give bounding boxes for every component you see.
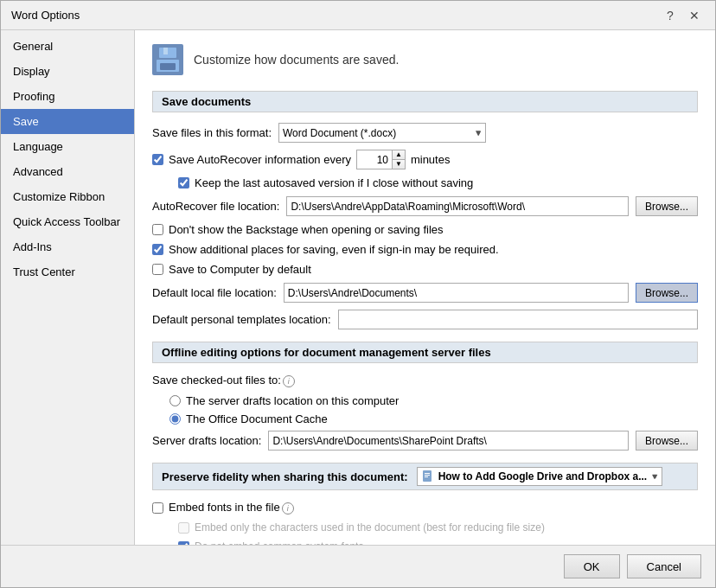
embed-fonts-row: Embed fonts in the filei: [152, 501, 698, 514]
cancel-button[interactable]: Cancel: [627, 554, 701, 578]
format-label: Save files in this format:: [152, 126, 272, 139]
sidebar-item-language[interactable]: Language: [1, 134, 134, 159]
spinner-down[interactable]: ▼: [393, 160, 405, 169]
save-icon: [152, 44, 183, 75]
dialog-body: GeneralDisplayProofingSaveLanguageAdvanc…: [1, 30, 715, 545]
default-local-row: Default local file location: Browse...: [152, 283, 698, 303]
embed-fonts-checkbox[interactable]: [152, 502, 163, 514]
svg-rect-8: [425, 476, 428, 477]
server-drafts-location-label: Server drafts location:: [152, 434, 261, 447]
fidelity-dropdown-wrapper: How to Add Google Drive and Dropbox a...…: [417, 467, 663, 486]
show-additional-label: Show additional places for saving, even …: [169, 243, 499, 256]
autorecover-location-input[interactable]: [286, 196, 629, 216]
ok-button[interactable]: OK: [564, 554, 620, 578]
offline-editing-section: Offline editing options for document man…: [152, 342, 698, 451]
server-drafts-radio[interactable]: [169, 395, 181, 406]
sidebar-item-save[interactable]: Save: [1, 109, 134, 134]
help-button[interactable]: ?: [660, 5, 681, 26]
default-personal-input[interactable]: [338, 310, 698, 329]
office-cache-label: The Office Document Cache: [186, 412, 328, 425]
sidebar: GeneralDisplayProofingSaveLanguageAdvanc…: [1, 30, 135, 545]
sidebar-item-trust-center[interactable]: Trust Center: [1, 259, 134, 284]
browse-server-button[interactable]: Browse...: [636, 431, 698, 451]
format-select[interactable]: Word Document (*.docx) Word 97-2003 (*.d…: [278, 123, 486, 143]
embed-fonts-label: Embed fonts in the filei: [169, 501, 294, 514]
show-additional-row: Show additional places for saving, even …: [152, 243, 698, 256]
keep-autosave-label: Keep the last autosaved version if I clo…: [195, 176, 473, 189]
sidebar-item-display[interactable]: Display: [1, 59, 134, 84]
default-personal-row: Default personal templates location:: [152, 310, 698, 329]
server-drafts-label: The server drafts location on this compu…: [186, 394, 399, 407]
title-bar: Word Options ? ✕: [1, 1, 715, 30]
embed-only-row: Embed only the characters used in the do…: [178, 521, 698, 534]
default-local-label: Default local file location:: [152, 286, 277, 299]
autorecover-minutes-container: ▲ ▼: [356, 150, 406, 169]
default-local-input[interactable]: [284, 283, 629, 303]
page-header: Customize how documents are saved.: [152, 44, 698, 75]
office-cache-radio[interactable]: [169, 413, 181, 425]
close-button[interactable]: ✕: [684, 5, 705, 26]
embed-only-checkbox[interactable]: [178, 522, 189, 534]
preserve-fidelity-section: Preserve fidelity when sharing this docu…: [152, 463, 698, 545]
embed-only-label: Embed only the characters used in the do…: [195, 521, 545, 534]
no-backstage-label: Don't show the Backstage when opening or…: [169, 223, 444, 236]
fidelity-doc-selector[interactable]: How to Add Google Drive and Dropbox a...…: [417, 467, 663, 486]
autorecover-checkbox[interactable]: [152, 154, 163, 165]
autorecover-spinner: ▲ ▼: [392, 150, 405, 169]
save-checked-out-label: Save checked-out files to:i: [152, 374, 295, 387]
sidebar-item-proofing[interactable]: Proofing: [1, 84, 134, 109]
save-computer-checkbox[interactable]: [152, 264, 163, 275]
server-drafts-location-row: Server drafts location: Browse...: [152, 431, 698, 451]
no-backstage-row: Don't show the Backstage when opening or…: [152, 223, 698, 236]
doc-icon: [421, 470, 435, 483]
svg-rect-4: [160, 63, 176, 70]
server-drafts-location-input[interactable]: [268, 431, 629, 451]
browse-local-button[interactable]: Browse...: [636, 283, 698, 303]
keep-autosave-row: Keep the last autosaved version if I clo…: [178, 176, 698, 189]
svg-rect-2: [163, 48, 168, 54]
info-icon: i: [283, 375, 295, 387]
main-content: Customize how documents are saved. Save …: [135, 30, 715, 545]
sidebar-item-add-ins[interactable]: Add-Ins: [1, 234, 134, 259]
no-backstage-checkbox[interactable]: [152, 224, 163, 235]
show-additional-checkbox[interactable]: [152, 244, 163, 255]
fidelity-title: Preserve fidelity when sharing this docu…: [162, 470, 408, 483]
fidelity-header: Preserve fidelity when sharing this docu…: [152, 463, 698, 490]
save-computer-row: Save to Computer by default: [152, 263, 698, 276]
svg-rect-7: [425, 475, 430, 476]
office-cache-radio-row: The Office Document Cache: [169, 412, 698, 425]
autorecover-minutes-input[interactable]: [357, 150, 392, 169]
page-header-text: Customize how documents are saved.: [194, 53, 399, 67]
server-drafts-radio-row: The server drafts location on this compu…: [169, 394, 698, 407]
default-personal-label: Default personal templates location:: [152, 313, 331, 326]
format-select-wrapper: Word Document (*.docx) Word 97-2003 (*.d…: [278, 123, 486, 143]
sidebar-item-quick-access[interactable]: Quick Access Toolbar: [1, 209, 134, 234]
dialog-footer: OK Cancel: [1, 545, 715, 587]
spinner-up[interactable]: ▲: [393, 150, 405, 160]
title-bar-controls: ? ✕: [660, 5, 705, 26]
autorecover-label: Save AutoRecover information every: [169, 153, 351, 166]
autorecover-row: Save AutoRecover information every ▲ ▼ m…: [152, 150, 698, 169]
format-row: Save files in this format: Word Document…: [152, 123, 698, 143]
keep-autosave-checkbox[interactable]: [178, 177, 189, 189]
svg-rect-5: [423, 470, 432, 482]
browse-autorecover-button[interactable]: Browse...: [636, 196, 698, 216]
sidebar-item-advanced[interactable]: Advanced: [1, 159, 134, 184]
svg-rect-6: [425, 473, 430, 474]
embed-info-icon: i: [282, 502, 294, 514]
autorecover-location-row: AutoRecover file location: Browse...: [152, 196, 698, 216]
word-options-dialog: Word Options ? ✕ GeneralDisplayProofingS…: [0, 0, 716, 588]
save-checked-out-row: Save checked-out files to:i: [152, 374, 698, 387]
save-documents-section: Save documents Save files in this format…: [152, 91, 698, 329]
autorecover-location-label: AutoRecover file location:: [152, 200, 279, 213]
dialog-title: Word Options: [11, 9, 80, 22]
sidebar-item-customize-ribbon[interactable]: Customize Ribbon: [1, 184, 134, 209]
save-computer-label: Save to Computer by default: [169, 263, 311, 276]
sidebar-item-general[interactable]: General: [1, 34, 134, 59]
save-documents-header: Save documents: [152, 91, 698, 112]
fidelity-dropdown-arrow: ▼: [650, 472, 658, 481]
autorecover-unit: minutes: [411, 153, 451, 166]
offline-editing-header: Offline editing options for document man…: [152, 342, 698, 363]
fidelity-doc-name: How to Add Google Drive and Dropbox a...: [438, 470, 648, 483]
